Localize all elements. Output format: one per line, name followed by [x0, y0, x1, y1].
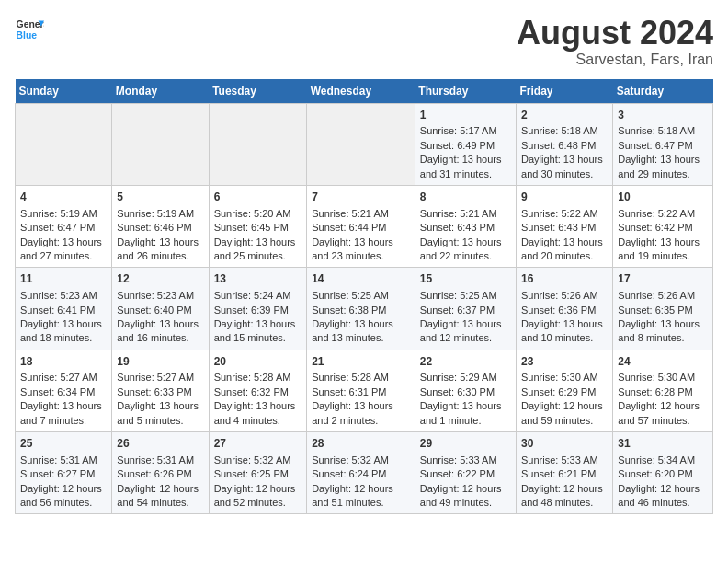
day-info: Daylight: 13 hours and 13 minutes. [312, 317, 410, 346]
day-info: Sunset: 6:36 PM [521, 304, 608, 317]
table-row: 14Sunrise: 5:25 AMSunset: 6:38 PMDayligh… [307, 268, 415, 350]
table-row: 1Sunrise: 5:17 AMSunset: 6:49 PMDaylight… [415, 103, 516, 185]
day-info: Sunrise: 5:30 AM [618, 371, 708, 385]
table-row: 2Sunrise: 5:18 AMSunset: 6:48 PMDaylight… [517, 103, 613, 185]
day-number: 4 [20, 190, 107, 205]
table-row [16, 103, 112, 185]
calendar-table: Sunday Monday Tuesday Wednesday Thursday… [15, 79, 713, 515]
day-info: Sunrise: 5:28 AM [214, 371, 302, 385]
day-info: Sunset: 6:42 PM [618, 221, 708, 235]
day-info: Daylight: 13 hours and 26 minutes. [117, 236, 203, 264]
day-info: Daylight: 13 hours and 31 minutes. [420, 153, 511, 181]
day-info: Daylight: 12 hours and 51 minutes. [312, 482, 410, 511]
day-info: Daylight: 13 hours and 22 minutes. [420, 236, 511, 264]
day-info: Daylight: 13 hours and 16 minutes. [117, 317, 203, 346]
day-info: Sunrise: 5:22 AM [521, 207, 608, 221]
table-row [209, 103, 307, 185]
table-row: 8Sunrise: 5:21 AMSunset: 6:43 PMDaylight… [415, 185, 516, 267]
day-info: Daylight: 12 hours and 48 minutes. [521, 482, 608, 511]
day-info: Sunrise: 5:26 AM [521, 289, 608, 303]
day-info: Sunset: 6:25 PM [214, 467, 302, 481]
table-row [112, 103, 209, 185]
calendar-week-row: 18Sunrise: 5:27 AMSunset: 6:34 PMDayligh… [16, 350, 713, 431]
day-info: Sunset: 6:24 PM [312, 467, 410, 481]
day-info: Sunset: 6:49 PM [420, 139, 511, 153]
day-info: Sunset: 6:22 PM [420, 467, 511, 481]
col-wednesday: Wednesday [307, 79, 415, 104]
table-row: 19Sunrise: 5:27 AMSunset: 6:33 PMDayligh… [112, 350, 209, 431]
day-info: Sunrise: 5:28 AM [312, 371, 410, 385]
day-number: 8 [420, 190, 511, 205]
day-info: Daylight: 13 hours and 8 minutes. [618, 317, 708, 346]
day-info: Sunrise: 5:30 AM [521, 371, 608, 385]
day-info: Sunset: 6:46 PM [117, 221, 203, 235]
day-info: Sunrise: 5:17 AM [420, 124, 511, 138]
calendar-header-row: Sunday Monday Tuesday Wednesday Thursday… [16, 79, 713, 104]
col-friday: Friday [517, 79, 613, 104]
day-info: Sunset: 6:38 PM [312, 304, 410, 317]
day-info: Sunset: 6:41 PM [20, 304, 107, 317]
day-info: Sunset: 6:48 PM [521, 139, 608, 153]
table-row: 17Sunrise: 5:26 AMSunset: 6:35 PMDayligh… [613, 268, 713, 350]
subtitle: Sarvestan, Fars, Iran [517, 52, 713, 68]
day-info: Sunset: 6:34 PM [20, 385, 107, 399]
day-info: Sunrise: 5:18 AM [521, 124, 608, 138]
col-monday: Monday [112, 79, 209, 104]
day-info: Sunset: 6:30 PM [420, 385, 511, 399]
table-row: 13Sunrise: 5:24 AMSunset: 6:39 PMDayligh… [209, 268, 307, 350]
logo-icon: General Blue [15, 15, 44, 44]
day-info: Daylight: 13 hours and 7 minutes. [20, 399, 107, 428]
day-number: 21 [312, 354, 410, 370]
day-info: Sunset: 6:44 PM [312, 221, 410, 235]
table-row: 27Sunrise: 5:32 AMSunset: 6:25 PMDayligh… [209, 432, 307, 514]
day-info: Sunset: 6:21 PM [521, 467, 608, 481]
day-info: Sunset: 6:20 PM [618, 467, 708, 481]
day-info: Sunrise: 5:29 AM [420, 371, 511, 385]
table-row: 25Sunrise: 5:31 AMSunset: 6:27 PMDayligh… [16, 432, 112, 514]
table-row: 16Sunrise: 5:26 AMSunset: 6:36 PMDayligh… [517, 268, 613, 350]
day-number: 24 [618, 354, 708, 370]
day-info: Sunrise: 5:25 AM [312, 289, 410, 303]
day-info: Sunset: 6:40 PM [117, 304, 203, 317]
day-info: Sunset: 6:31 PM [312, 385, 410, 399]
day-info: Daylight: 12 hours and 46 minutes. [618, 482, 708, 511]
day-number: 2 [521, 108, 608, 123]
day-info: Daylight: 13 hours and 25 minutes. [214, 236, 302, 264]
day-info: Sunset: 6:45 PM [214, 221, 302, 235]
day-number: 9 [521, 190, 608, 205]
table-row: 24Sunrise: 5:30 AMSunset: 6:28 PMDayligh… [613, 350, 713, 431]
day-info: Sunset: 6:33 PM [117, 385, 203, 399]
table-row: 10Sunrise: 5:22 AMSunset: 6:42 PMDayligh… [613, 185, 713, 267]
day-number: 12 [117, 271, 203, 287]
col-tuesday: Tuesday [209, 79, 307, 104]
table-row: 26Sunrise: 5:31 AMSunset: 6:26 PMDayligh… [112, 432, 209, 514]
day-number: 23 [521, 354, 608, 370]
day-info: Daylight: 13 hours and 4 minutes. [214, 399, 302, 428]
day-info: Sunrise: 5:22 AM [618, 207, 708, 221]
day-info: Daylight: 13 hours and 29 minutes. [618, 153, 708, 181]
day-info: Sunrise: 5:33 AM [420, 454, 511, 467]
day-info: Sunrise: 5:23 AM [117, 289, 203, 303]
day-number: 16 [521, 271, 608, 287]
day-info: Daylight: 13 hours and 1 minute. [420, 399, 511, 428]
table-row: 23Sunrise: 5:30 AMSunset: 6:29 PMDayligh… [517, 350, 613, 431]
table-row: 12Sunrise: 5:23 AMSunset: 6:40 PMDayligh… [112, 268, 209, 350]
table-row: 6Sunrise: 5:20 AMSunset: 6:45 PMDaylight… [209, 185, 307, 267]
day-info: Daylight: 13 hours and 12 minutes. [420, 317, 511, 346]
col-sunday: Sunday [16, 79, 112, 104]
day-info: Sunrise: 5:21 AM [420, 207, 511, 221]
day-info: Sunrise: 5:20 AM [214, 207, 302, 221]
day-info: Sunset: 6:27 PM [20, 467, 107, 481]
day-number: 7 [312, 190, 410, 205]
table-row: 21Sunrise: 5:28 AMSunset: 6:31 PMDayligh… [307, 350, 415, 431]
day-info: Daylight: 13 hours and 15 minutes. [214, 317, 302, 346]
day-info: Sunrise: 5:21 AM [312, 207, 410, 221]
day-info: Sunrise: 5:19 AM [20, 207, 107, 221]
day-info: Daylight: 12 hours and 56 minutes. [20, 482, 107, 511]
day-info: Sunrise: 5:24 AM [214, 289, 302, 303]
table-row: 4Sunrise: 5:19 AMSunset: 6:47 PMDaylight… [16, 185, 112, 267]
day-info: Daylight: 12 hours and 59 minutes. [521, 399, 608, 428]
day-info: Sunrise: 5:32 AM [312, 454, 410, 467]
day-info: Daylight: 13 hours and 20 minutes. [521, 236, 608, 264]
day-info: Sunrise: 5:19 AM [117, 207, 203, 221]
